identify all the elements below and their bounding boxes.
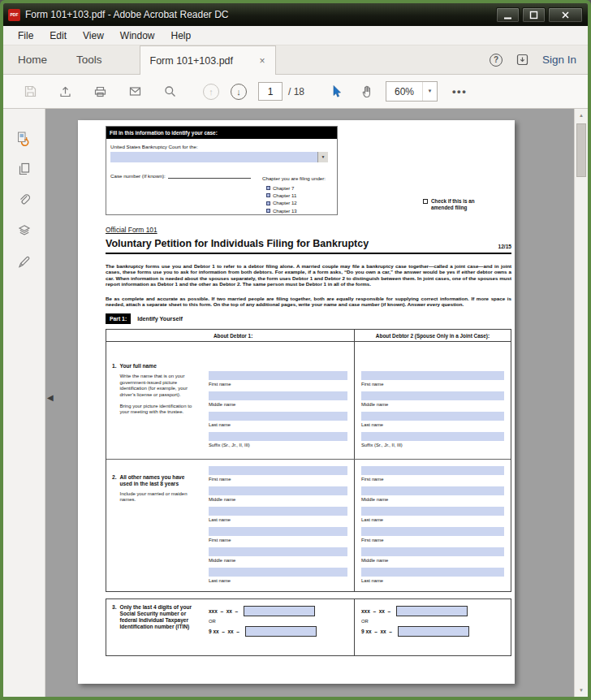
chapter-7-checkbox[interactable] xyxy=(266,186,270,190)
debtor2-middle-name-field[interactable] xyxy=(361,391,504,400)
debtor2-suffix-field[interactable] xyxy=(361,432,504,441)
tab-tools[interactable]: Tools xyxy=(62,45,117,74)
next-page-button[interactable]: ↓ xyxy=(231,84,247,100)
court-dropdown-field[interactable]: ▼ xyxy=(110,152,328,162)
sign-in-button[interactable]: Sign In xyxy=(542,54,576,66)
help-button[interactable]: ? xyxy=(490,54,503,67)
email-icon xyxy=(128,84,142,98)
previous-page-chevron[interactable]: ◀ xyxy=(47,393,54,402)
debtor2-ssn-fields: xxx – xx – OR 9 xx – xx – xyxy=(354,599,511,655)
selection-tool-button[interactable] xyxy=(326,80,347,103)
debtor1-other-middle-name-field[interactable] xyxy=(209,486,347,495)
page-thumbnails-button[interactable] xyxy=(12,158,37,180)
fill-in-banner: Fill in this information to identify you… xyxy=(106,127,337,139)
minimize-button[interactable] xyxy=(496,7,520,23)
fill-sign-button[interactable] xyxy=(12,250,37,273)
fill-sign-pen-icon xyxy=(17,254,32,269)
page-number-input[interactable]: 1 xyxy=(258,82,283,101)
menu-window[interactable]: Window xyxy=(112,26,163,45)
field-label: Middle name xyxy=(209,497,347,502)
case-number-line xyxy=(168,172,251,179)
zoom-caret-icon[interactable]: ▼ xyxy=(422,82,437,101)
maximize-button[interactable] xyxy=(522,7,546,23)
debtor1-suffix-field[interactable] xyxy=(209,432,347,441)
debtor2-other-first-name-field[interactable] xyxy=(361,466,504,475)
hand-tool-button[interactable] xyxy=(356,80,377,103)
tab-close-icon[interactable]: × xyxy=(260,55,265,67)
previous-page-button[interactable]: ↑ xyxy=(203,84,219,100)
export-pdf-button[interactable] xyxy=(12,127,37,149)
zoom-control[interactable]: 60% ▼ xyxy=(386,81,438,102)
menu-file[interactable]: File xyxy=(10,26,41,45)
debtor1-other-first-name-field[interactable] xyxy=(209,466,347,475)
save-button[interactable] xyxy=(19,80,41,103)
debtor1-itin-field[interactable] xyxy=(245,626,317,637)
debtor1-first-name-field[interactable] xyxy=(209,371,347,380)
maximize-icon xyxy=(528,9,540,21)
attachments-icon xyxy=(17,192,32,207)
field-label: Middle name xyxy=(209,558,347,563)
scrollbar-thumb[interactable] xyxy=(576,123,586,177)
tab-bar-right: ? Sign In xyxy=(490,45,588,74)
print-icon xyxy=(93,84,107,98)
toolbar: ↑ ↓ 1 / 18 60% ▼ ••• xyxy=(3,75,588,109)
menu-view[interactable]: View xyxy=(75,26,112,45)
chapter-13-checkbox[interactable] xyxy=(266,209,270,213)
debtor2-other-middle-name-field[interactable] xyxy=(361,486,504,495)
menu-help[interactable]: Help xyxy=(163,26,200,45)
chapter-11-option[interactable]: Chapter 11 xyxy=(266,192,297,199)
debtor2-ssn-field[interactable] xyxy=(396,606,468,616)
search-button[interactable] xyxy=(159,80,180,103)
debtor2-other-last-name-field-2[interactable] xyxy=(361,568,504,577)
debtor1-other-last-name-field[interactable] xyxy=(209,507,347,516)
field-label: Middle name xyxy=(361,497,504,502)
minimize-icon xyxy=(502,9,514,21)
form-title: Voluntary Petition for Individuals Filin… xyxy=(106,238,369,249)
print-button[interactable] xyxy=(89,80,110,103)
debtor1-ssn-field[interactable] xyxy=(244,606,315,616)
court-dropdown-caret-icon[interactable]: ▼ xyxy=(317,152,328,162)
email-button[interactable] xyxy=(124,80,145,103)
menu-bar: File Edit View Window Help xyxy=(3,26,588,45)
debtor2-other-first-name-field-2[interactable] xyxy=(361,527,504,536)
debtor2-other-last-name-field[interactable] xyxy=(361,507,504,516)
debtor2-first-name-field[interactable] xyxy=(361,371,504,380)
question-3-label: 3. Only the last 4 digits of your Social… xyxy=(106,599,202,655)
tab-document[interactable]: Form 101+103.pdf × xyxy=(140,45,276,75)
chapter-12-checkbox[interactable] xyxy=(266,201,270,205)
share-button[interactable] xyxy=(54,80,75,103)
attachments-button[interactable] xyxy=(12,188,37,211)
page-down-icon: ↓ xyxy=(236,87,241,97)
layers-button[interactable] xyxy=(12,219,37,242)
close-button[interactable] xyxy=(548,7,583,23)
debtor1-middle-name-field[interactable] xyxy=(209,391,347,400)
debtor1-other-middle-name-field-2[interactable] xyxy=(209,547,347,556)
notification-icon[interactable] xyxy=(516,53,529,67)
amended-filing-checkbox[interactable] xyxy=(423,199,428,204)
more-tools-button[interactable]: ••• xyxy=(452,85,467,97)
debtor2-last-name-field[interactable] xyxy=(361,412,504,421)
debtor1-other-last-name-field-2[interactable] xyxy=(209,568,347,577)
or-label: OR xyxy=(209,619,347,624)
tab-home[interactable]: Home xyxy=(3,45,62,74)
hand-tool-icon xyxy=(360,84,374,98)
chapter-12-option[interactable]: Chapter 12 xyxy=(266,200,297,207)
question-3-title: Only the last 4 digits of your Social Se… xyxy=(120,604,198,651)
question-2-label: 2. All other names you have used in the … xyxy=(106,460,202,591)
menu-edit[interactable]: Edit xyxy=(41,26,75,45)
vertical-scrollbar[interactable]: ▲ ▼ xyxy=(574,109,588,697)
debtor2-other-middle-name-field-2[interactable] xyxy=(361,547,504,556)
chapter-11-checkbox[interactable] xyxy=(266,193,270,197)
chapter-options: Chapter 7 Chapter 11 Chapter 12 Chapter … xyxy=(266,184,297,214)
tab-document-label: Form 101+103.pdf xyxy=(150,55,234,67)
debtor1-other-first-name-field-2[interactable] xyxy=(209,527,347,536)
chapter-7-option[interactable]: Chapter 7 xyxy=(266,184,297,192)
scroll-up-icon: ▲ xyxy=(579,113,584,118)
scroll-down-button[interactable]: ▼ xyxy=(575,684,588,697)
chapter-13-option[interactable]: Chapter 13 xyxy=(266,207,297,214)
question-2-title: All other names you have used in the las… xyxy=(120,474,198,487)
debtor1-last-name-field[interactable] xyxy=(209,412,347,421)
share-upload-icon xyxy=(58,84,72,98)
scroll-up-button[interactable]: ▲ xyxy=(575,109,588,122)
debtor2-itin-field[interactable] xyxy=(398,626,469,637)
